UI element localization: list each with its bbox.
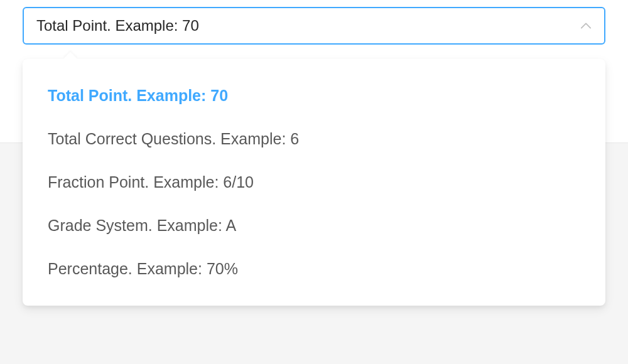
option-total-point[interactable]: Total Point. Example: 70 [23,74,605,117]
dropdown-panel: Total Point. Example: 70 Total Correct Q… [23,59,605,306]
option-label: Grade System. Example: A [48,217,236,234]
option-label: Total Correct Questions. Example: 6 [48,130,299,147]
chevron-up-icon [580,20,592,31]
select-value: Total Point. Example: 70 [36,17,199,35]
option-grade-system[interactable]: Grade System. Example: A [23,204,605,247]
option-label: Percentage. Example: 70% [48,260,238,277]
score-type-select[interactable]: Total Point. Example: 70 [23,7,605,45]
option-label: Fraction Point. Example: 6/10 [48,173,254,191]
option-fraction-point[interactable]: Fraction Point. Example: 6/10 [23,161,605,204]
option-total-correct-questions[interactable]: Total Correct Questions. Example: 6 [23,117,605,161]
option-percentage[interactable]: Percentage. Example: 70% [23,247,605,291]
option-label: Total Point. Example: 70 [48,87,228,104]
select-container: Total Point. Example: 70 Total Point. Ex… [23,7,605,45]
